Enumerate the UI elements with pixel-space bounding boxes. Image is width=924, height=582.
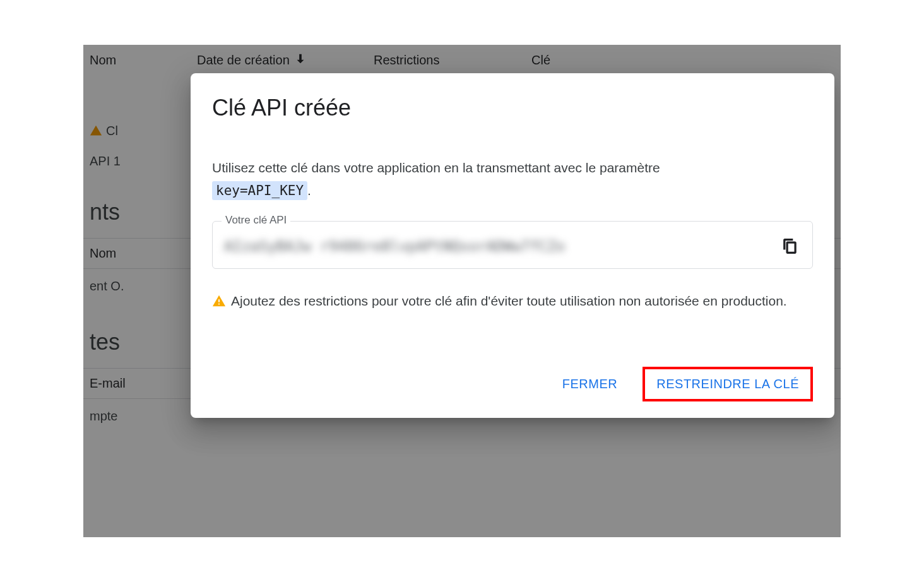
warning-text: Ajoutez des restrictions pour votre clé … — [231, 290, 787, 312]
dialog-description: Utilisez cette clé dans votre applicatio… — [212, 157, 813, 202]
description-text-post: . — [307, 183, 311, 198]
close-button[interactable]: FERMER — [554, 371, 626, 398]
api-key-created-dialog: Clé API créée Utilisez cette clé dans vo… — [191, 73, 834, 418]
warning-message: Ajoutez des restrictions pour votre clé … — [212, 290, 813, 312]
dialog-actions: FERMER RESTREINDRE LA CLÉ — [212, 367, 813, 401]
api-key-field: Votre clé API AIzaSyBAJw_r9486re8lvpAPtN… — [212, 221, 813, 269]
copy-icon — [782, 238, 798, 254]
api-key-field-label: Votre clé API — [222, 214, 290, 227]
api-key-value[interactable]: AIzaSyBAJw_r9486re8lvpAPtNQsorADWw7fCZo — [224, 238, 772, 254]
copy-button[interactable] — [779, 235, 801, 257]
restrict-key-button[interactable]: RESTREINDRE LA CLÉ — [648, 371, 808, 398]
warning-triangle-icon — [212, 293, 226, 307]
description-text-pre: Utilisez cette clé dans votre applicatio… — [212, 160, 660, 175]
screenshot-frame: Nom Date de création Restrictions Clé Cl… — [83, 45, 841, 537]
dialog-title: Clé API créée — [212, 95, 813, 121]
highlight-frame: RESTREINDRE LA CLÉ — [643, 367, 813, 401]
code-parameter: key=API_KEY — [212, 181, 307, 200]
